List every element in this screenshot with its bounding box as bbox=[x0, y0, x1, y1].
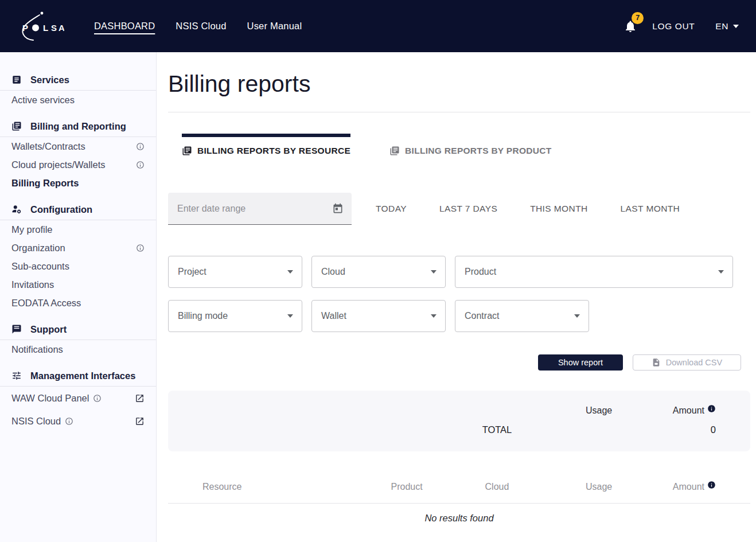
amount-header-label: Amount bbox=[673, 405, 704, 416]
billing-mode-select[interactable]: Billing mode bbox=[168, 300, 302, 332]
open-in-new-icon[interactable] bbox=[135, 416, 145, 426]
sidebar-header-services: Services bbox=[0, 73, 156, 86]
sidebar-item-label: Sub-accounts bbox=[11, 261, 69, 272]
sidebar-item-notifications[interactable]: Notifications bbox=[0, 340, 156, 358]
section-title: Configuration bbox=[30, 204, 92, 215]
summary-amount-header: Amount bbox=[651, 405, 750, 416]
project-select[interactable]: Project bbox=[168, 256, 302, 288]
logo-letter-l: L bbox=[43, 23, 48, 33]
sidebar-item-active-services[interactable]: Active services bbox=[0, 91, 156, 109]
quick-date-buttons: TODAY LAST 7 DAYS THIS MONTH LAST MONTH bbox=[376, 204, 680, 214]
nav-dashboard-link[interactable]: DASHBOARD bbox=[94, 21, 155, 32]
info-filled-icon[interactable] bbox=[707, 481, 716, 489]
logo-letter-p: P bbox=[22, 23, 28, 33]
article-icon bbox=[11, 75, 22, 85]
chat-icon bbox=[11, 324, 22, 334]
tab-billing-reports-by-product[interactable]: BILLING REPORTS BY PRODUCT bbox=[389, 134, 552, 158]
sidebar-header-support: Support bbox=[0, 323, 156, 336]
section-title: Support bbox=[30, 324, 67, 335]
results-table: Resource Product Cloud Usage Amount No r… bbox=[168, 479, 750, 524]
sidebar-item-my-profile[interactable]: My profile bbox=[0, 220, 156, 239]
column-header-resource: Resource bbox=[168, 482, 366, 492]
select-label: Project bbox=[178, 267, 206, 277]
nav-user-manual-link[interactable]: User Manual bbox=[247, 21, 302, 32]
info-icon[interactable] bbox=[93, 394, 102, 403]
date-range-placeholder: Enter date range bbox=[177, 204, 332, 214]
library-books-icon bbox=[182, 146, 192, 156]
sidebar-item-label: Billing Reports bbox=[11, 178, 79, 189]
last-7-days-button[interactable]: LAST 7 DAYS bbox=[439, 204, 497, 214]
sidebar-header-management: Management Interfaces bbox=[0, 369, 156, 382]
dropdown-arrow-icon bbox=[287, 270, 293, 274]
download-csv-button[interactable]: Download CSV bbox=[633, 354, 741, 371]
product-select[interactable]: Product bbox=[455, 256, 733, 288]
nav-nsis-cloud-link[interactable]: NSIS Cloud bbox=[176, 21, 226, 32]
sidebar-item-billing-reports[interactable]: Billing Reports bbox=[0, 174, 156, 192]
dropdown-arrow-icon bbox=[718, 270, 724, 274]
select-label: Wallet bbox=[321, 311, 346, 321]
sidebar-item-sub-accounts[interactable]: Sub-accounts bbox=[0, 257, 156, 275]
last-month-button[interactable]: LAST MONTH bbox=[621, 204, 680, 214]
language-selector[interactable]: EN bbox=[715, 21, 739, 32]
library-books-icon bbox=[389, 146, 400, 156]
cloud-select[interactable]: Cloud bbox=[311, 256, 446, 288]
navbar-right: 7 LOG OUT EN bbox=[623, 19, 747, 34]
sidebar-section-support: Support Notifications bbox=[0, 323, 156, 358]
dropdown-arrow-icon bbox=[431, 314, 437, 318]
calendar-icon[interactable] bbox=[332, 203, 344, 215]
logo-letter-s: S bbox=[51, 23, 57, 33]
open-in-new-icon[interactable] bbox=[135, 393, 145, 403]
divider bbox=[168, 112, 750, 112]
main-nav: DASHBOARD NSIS Cloud User Manual bbox=[94, 21, 302, 32]
dropdown-arrow-icon bbox=[287, 314, 293, 318]
language-label: EN bbox=[715, 21, 728, 32]
info-icon[interactable] bbox=[136, 142, 145, 151]
this-month-button[interactable]: THIS MONTH bbox=[530, 204, 587, 214]
wallet-select[interactable]: Wallet bbox=[311, 300, 446, 332]
date-range-input[interactable]: Enter date range bbox=[168, 193, 352, 225]
sidebar-item-invitations[interactable]: Invitations bbox=[0, 275, 156, 294]
sidebar-item-label: Cloud projects/Wallets bbox=[11, 159, 106, 170]
sidebar-item-cloud-projects-wallets[interactable]: Cloud projects/Wallets bbox=[0, 155, 156, 174]
sidebar-item-nsis-cloud[interactable]: NSIS Cloud bbox=[0, 410, 156, 432]
sidebar-section-services: Services Active services bbox=[0, 73, 156, 109]
sidebar-item-label: Invitations bbox=[11, 279, 54, 290]
info-filled-icon[interactable] bbox=[707, 404, 716, 413]
tab-billing-reports-by-resource[interactable]: BILLING REPORTS BY RESOURCE bbox=[182, 134, 350, 158]
contract-select[interactable]: Contract bbox=[455, 300, 589, 332]
top-navbar: P L S A DASHBOARD NSIS Cloud User Manual… bbox=[0, 0, 756, 52]
sidebar-section-billing: Billing and Reporting Wallets/Contracts … bbox=[0, 120, 156, 192]
sidebar-header-billing: Billing and Reporting bbox=[0, 120, 156, 132]
report-tabs: BILLING REPORTS BY RESOURCE BILLING REPO… bbox=[168, 134, 750, 158]
chevron-down-icon bbox=[733, 25, 739, 28]
total-summary-card: Usage Amount TOTAL 0 bbox=[168, 391, 750, 451]
today-button[interactable]: TODAY bbox=[376, 204, 407, 214]
sidebar-item-label: Wallets/Contracts bbox=[11, 141, 85, 152]
sidebar-item-wallets-contracts[interactable]: Wallets/Contracts bbox=[0, 137, 156, 155]
logout-button[interactable]: LOG OUT bbox=[652, 21, 695, 32]
column-header-cloud: Cloud bbox=[447, 482, 547, 492]
sidebar-item-waw-cloud-panel[interactable]: WAW Cloud Panel bbox=[0, 387, 156, 410]
sidebar-item-organization[interactable]: Organization bbox=[0, 239, 156, 257]
notifications-bell-button[interactable]: 7 bbox=[623, 19, 637, 34]
show-report-button[interactable]: Show report bbox=[538, 354, 623, 371]
select-label: Product bbox=[465, 267, 496, 277]
tune-icon bbox=[11, 371, 22, 381]
billing-reports-page: P L S A DASHBOARD NSIS Cloud User Manual… bbox=[0, 0, 756, 542]
info-icon[interactable] bbox=[136, 244, 145, 252]
filters-row-1: Project Cloud Product bbox=[168, 256, 750, 288]
sidebar-header-configuration: Configuration bbox=[0, 203, 156, 216]
select-label: Contract bbox=[465, 311, 499, 321]
sidebar-section-configuration: Configuration My profile Organization Su… bbox=[0, 203, 156, 312]
info-icon[interactable] bbox=[136, 161, 145, 169]
manage-accounts-icon bbox=[11, 204, 22, 215]
filters-row-2: Billing mode Wallet Contract bbox=[168, 300, 750, 332]
sidebar-item-eodata-access[interactable]: EODATA Access bbox=[0, 294, 156, 312]
section-title: Billing and Reporting bbox=[30, 121, 126, 132]
sidebar-item-label: EODATA Access bbox=[11, 298, 81, 309]
summary-usage-header: Usage bbox=[547, 405, 652, 416]
sidebar-item-label: Notifications bbox=[11, 344, 63, 355]
download-csv-label: Download CSV bbox=[666, 358, 722, 367]
sidebar-item-label: NSIS Cloud bbox=[11, 416, 61, 427]
info-icon[interactable] bbox=[65, 417, 73, 426]
